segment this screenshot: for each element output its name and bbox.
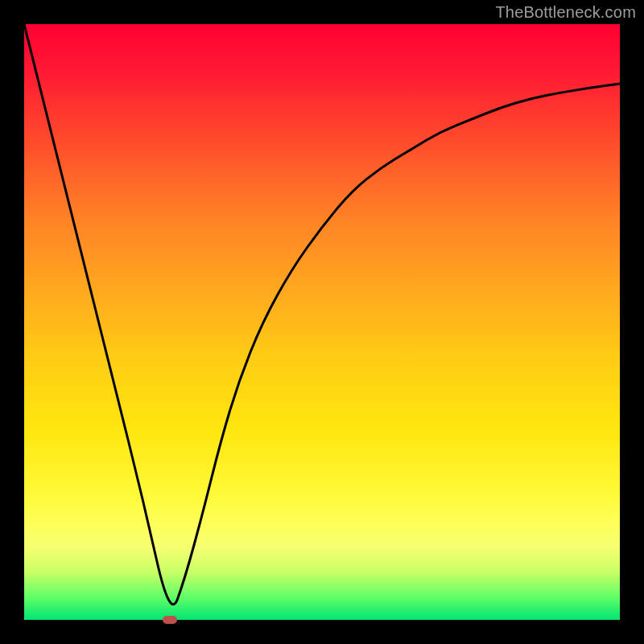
minimum-marker	[163, 616, 177, 624]
bottleneck-curve	[24, 24, 620, 620]
plot-area	[24, 24, 620, 620]
watermark: TheBottleneck.com	[495, 3, 636, 22]
chart-frame: TheBottleneck.com	[0, 0, 644, 644]
